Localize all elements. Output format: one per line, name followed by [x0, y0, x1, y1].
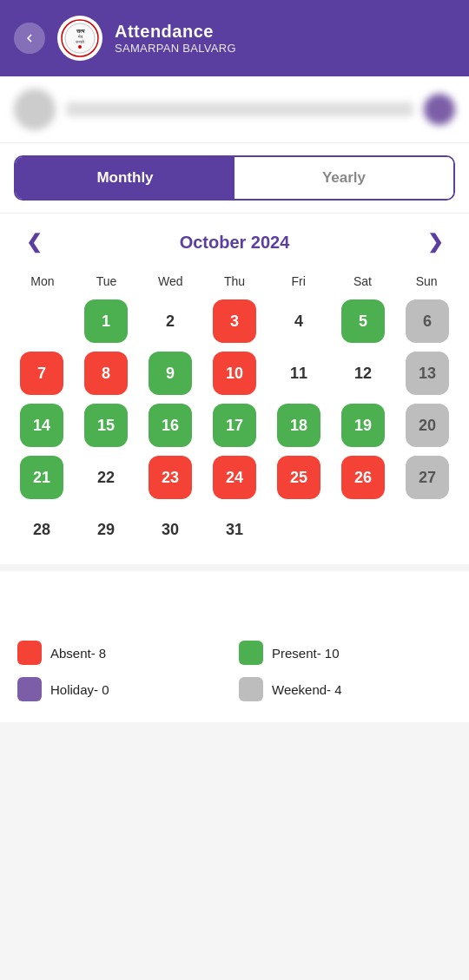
calendar-cell[interactable]: 28: [10, 505, 73, 554]
calendar-day-15[interactable]: 15: [84, 404, 128, 447]
calendar-cell[interactable]: 30: [139, 505, 201, 554]
calendar-day-3[interactable]: 3: [213, 299, 256, 343]
calendar-day-25[interactable]: 25: [277, 456, 320, 499]
legend-label: Absent- 8: [50, 646, 106, 661]
calendar-cell[interactable]: 29: [75, 505, 137, 554]
calendar-cell[interactable]: 9: [139, 349, 201, 398]
calendar-day-18[interactable]: 18: [277, 404, 320, 447]
calendar-cell[interactable]: 19: [332, 401, 394, 450]
calendar-cell[interactable]: 14: [10, 401, 73, 450]
calendar-cell[interactable]: 18: [268, 401, 330, 450]
calendar-cell[interactable]: 21: [10, 453, 73, 502]
calendar-day-23[interactable]: 23: [149, 456, 192, 499]
calendar-day-13[interactable]: 13: [406, 352, 449, 395]
calendar-cell[interactable]: 24: [203, 453, 266, 502]
calendar-cell[interactable]: 20: [396, 401, 459, 450]
calendar-cell: [396, 505, 459, 554]
calendar-cell[interactable]: 16: [139, 401, 201, 450]
day-header-mon: Mon: [10, 271, 75, 292]
calendar-day-7[interactable]: 7: [20, 352, 63, 395]
legend-item: Present- 10: [239, 641, 452, 665]
calendar-day-20[interactable]: 20: [406, 404, 449, 447]
calendar-cell[interactable]: 5: [332, 297, 394, 345]
calendar-section: ❮ October 2024 ❯ MonTueWedThuFriSatSun 1…: [0, 214, 469, 564]
calendar-day-11[interactable]: 11: [277, 352, 320, 395]
calendar-cell[interactable]: 26: [332, 453, 394, 502]
calendar-day-24[interactable]: 24: [213, 456, 256, 499]
calendar-day-30[interactable]: 30: [149, 508, 192, 551]
calendar-day-16[interactable]: 16: [149, 404, 192, 447]
calendar-cell: [332, 505, 394, 554]
calendar-cell[interactable]: 6: [396, 297, 459, 345]
calendar-cell[interactable]: 25: [268, 453, 330, 502]
calendar-day-12[interactable]: 12: [341, 352, 385, 395]
calendar-day-2[interactable]: 2: [149, 299, 192, 343]
day-header-thu: Thu: [202, 271, 267, 292]
calendar-cell[interactable]: 2: [139, 297, 201, 345]
calendar-cell[interactable]: 27: [396, 453, 459, 502]
header-text-block: Attendance SAMARPAN BALVARG: [115, 22, 236, 55]
legend-item: Holiday- 0: [17, 677, 230, 701]
calendar-day-1[interactable]: 1: [84, 299, 128, 343]
profile-info: [66, 102, 413, 116]
day-header-wed: Wed: [138, 271, 202, 292]
calendar-cell[interactable]: 31: [203, 505, 266, 554]
calendar-day-4[interactable]: 4: [277, 299, 320, 343]
back-button[interactable]: [14, 23, 45, 54]
svg-text:जयते: जयते: [75, 39, 84, 44]
calendar-day-9[interactable]: 9: [149, 352, 192, 395]
calendar-cell[interactable]: 4: [268, 297, 330, 345]
day-header-tue: Tue: [75, 271, 139, 292]
month-year-label: October 2024: [180, 233, 290, 253]
calendar-day-8[interactable]: 8: [84, 352, 128, 395]
calendar-cell[interactable]: 22: [75, 453, 137, 502]
calendar-day-14[interactable]: 14: [20, 404, 63, 447]
calendar-cell[interactable]: 11: [268, 349, 330, 398]
legend-color-dot: [239, 641, 263, 665]
day-header-fri: Fri: [267, 271, 331, 292]
view-toggle-container: Monthly Yearly: [0, 143, 469, 214]
calendar-day-19[interactable]: 19: [341, 404, 385, 447]
calendar-day-28[interactable]: 28: [20, 508, 63, 551]
prev-month-button[interactable]: ❮: [17, 227, 50, 257]
calendar-day-21[interactable]: 21: [20, 456, 63, 499]
view-toggle: Monthly Yearly: [14, 155, 455, 201]
calendar-cell[interactable]: 23: [139, 453, 201, 502]
calendar-cell[interactable]: 1: [75, 297, 137, 345]
monthly-toggle-button[interactable]: Monthly: [16, 157, 234, 199]
legend-item: Weekend- 4: [239, 677, 452, 701]
day-headers-row: MonTueWedThuFriSatSun: [10, 271, 459, 292]
profile-section: [0, 76, 469, 143]
calendar-cell[interactable]: 7: [10, 349, 73, 398]
calendar-cell[interactable]: 17: [203, 401, 266, 450]
calendar-day-10[interactable]: 10: [213, 352, 256, 395]
calendar-day-31[interactable]: 31: [213, 508, 256, 551]
calendar-day-6[interactable]: 6: [406, 299, 449, 343]
calendar-day-29[interactable]: 29: [84, 508, 128, 551]
calendar-day-5[interactable]: 5: [341, 299, 385, 343]
legend-label: Present- 10: [272, 646, 340, 661]
avatar: [14, 89, 56, 130]
calendar-day-26[interactable]: 26: [341, 456, 385, 499]
next-month-button[interactable]: ❯: [419, 227, 452, 257]
calendar-cell[interactable]: 8: [75, 349, 137, 398]
calendar-cell[interactable]: 15: [75, 401, 137, 450]
yearly-toggle-button[interactable]: Yearly: [234, 157, 453, 199]
calendar-cell[interactable]: 10: [203, 349, 266, 398]
calendar-day-27[interactable]: 27: [406, 456, 449, 499]
day-header-sat: Sat: [331, 271, 395, 292]
legend-label: Holiday- 0: [50, 682, 109, 697]
org-logo: सत्य मेव जयते: [57, 16, 102, 61]
calendar-cell[interactable]: 12: [332, 349, 394, 398]
calendar-day-22[interactable]: 22: [84, 456, 128, 499]
day-header-sun: Sun: [394, 271, 459, 292]
calendar-cell: [268, 505, 330, 554]
calendar-cell: [10, 297, 73, 345]
legend-color-dot: [17, 641, 42, 665]
legend-color-dot: [239, 677, 263, 701]
org-name: SAMARPAN BALVARG: [115, 42, 236, 55]
calendar-day-17[interactable]: 17: [213, 404, 256, 447]
calendar-cell[interactable]: 13: [396, 349, 459, 398]
calendar-cell[interactable]: 3: [203, 297, 266, 345]
profile-action-icon: [424, 94, 455, 125]
